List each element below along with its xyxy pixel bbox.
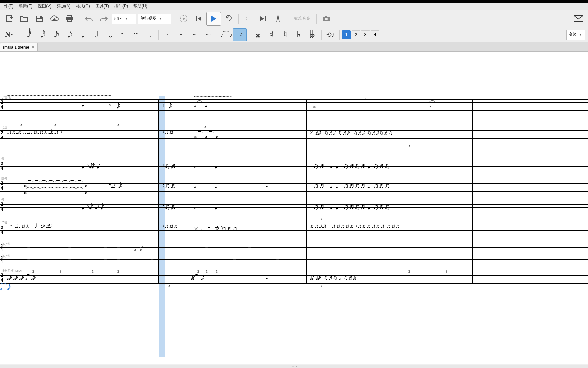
note-input-toolbar: N▾ 𝅘𝅥𝅱 𝅘𝅥𝅰 𝅘𝅥𝅯 𝅘𝅥𝅮 𝅘𝅥 𝅗𝅥 𝅝 𝄺 𝄺𝄺 𝅭 · ·· ·… bbox=[0, 27, 588, 42]
note-glyphs: 3 bbox=[446, 270, 447, 273]
note-glyphs: 3 bbox=[92, 270, 94, 273]
rewind-button[interactable] bbox=[191, 12, 206, 26]
svg-rect-9 bbox=[265, 16, 266, 21]
note-glyphs: 𝅝 ⁀⁀⁀⁀⁀⁀⁀⁀ 𝅘𝅥 bbox=[24, 187, 85, 195]
time-signature: 24 bbox=[1, 256, 3, 263]
menu-file[interactable]: 件(F) bbox=[1, 3, 16, 10]
close-icon[interactable]: ✕ bbox=[31, 45, 35, 50]
voice-1-button[interactable]: 1 bbox=[342, 30, 351, 39]
note-glyphs: × 𝅘𝅥 𝄼 𝄾𝅘𝅥𝅮𝅘𝅥𝅮𝄾 𝄾 𝅘𝅥𝅮 ♫♬♫ bbox=[194, 225, 238, 232]
duration-32nd-button[interactable]: 𝅘𝅥𝅰 bbox=[34, 28, 47, 41]
menu-add[interactable]: 添加(A) bbox=[54, 3, 73, 10]
repeat-start-button[interactable]: ∶| bbox=[241, 12, 256, 26]
print-button[interactable] bbox=[62, 12, 77, 26]
svg-rect-5 bbox=[67, 19, 71, 22]
resize-handle[interactable]: ····· bbox=[0, 365, 588, 368]
open-button[interactable] bbox=[17, 12, 32, 26]
double-flat-button[interactable]: 𝄫 bbox=[306, 28, 319, 41]
note-glyphs: 3 bbox=[117, 123, 119, 127]
note-glyphs: 𝄾 ♬♬♬ bbox=[163, 223, 178, 229]
metronome-button[interactable] bbox=[176, 12, 191, 26]
menu-help[interactable]: 帮助(H) bbox=[131, 3, 150, 10]
view-mode-dropdown[interactable]: 单行视图 ▼ bbox=[138, 14, 171, 24]
duration-longa-button[interactable]: 𝄺𝄺 bbox=[129, 28, 143, 41]
menu-tools[interactable]: 工具(T) bbox=[93, 3, 112, 10]
note-glyphs: 𝅗𝅥 ⁀ 𝅘𝅥 bbox=[194, 101, 205, 108]
duration-64th-button[interactable]: 𝅘𝅥𝅱 bbox=[20, 28, 34, 41]
voice-3-button[interactable]: 3 bbox=[361, 30, 370, 39]
menu-edit[interactable]: 编辑(E) bbox=[16, 3, 35, 10]
note-glyphs: 𝅘𝅥 𝅘𝅥𝅮𝅘𝅥𝅮𝅘𝅥𝅮 𝅘𝅥 𝅘𝅥𝅮𝅘𝅥𝅮𝅘𝅥𝅮 ♫♬♫ 𝅘𝅥 ♫♬𝅘𝅥𝅮 𝅘… bbox=[310, 275, 354, 281]
toolbar-separator bbox=[316, 14, 317, 24]
workspace-dropdown[interactable]: 高级 ▼ bbox=[566, 30, 585, 40]
screenshot-button[interactable] bbox=[319, 12, 334, 26]
natural-button[interactable]: ♮ bbox=[278, 28, 292, 41]
document-tab-bar: rmula 1 theme ✕ bbox=[0, 42, 588, 52]
feedback-button[interactable] bbox=[571, 12, 586, 26]
repeat-end-button[interactable] bbox=[256, 12, 271, 26]
note-glyphs: 𝄾 𝅘𝅥𝅮𝅘𝅥𝅮 bbox=[109, 102, 116, 110]
barline bbox=[190, 99, 190, 283]
loop-button[interactable] bbox=[221, 12, 236, 26]
svg-rect-1 bbox=[37, 16, 40, 18]
menu-bar: 件(F) 编辑(E) 视图(V) 添加(A) 格式(O) 工具(T) 插件(P)… bbox=[0, 3, 588, 10]
menu-format[interactable]: 格式(O) bbox=[73, 3, 93, 10]
rest-button[interactable]: 𝄽 bbox=[233, 28, 247, 41]
zoom-value: 56% bbox=[114, 16, 122, 21]
flat-button[interactable]: ♭ bbox=[292, 28, 306, 41]
voice-4-button[interactable]: 4 bbox=[371, 30, 379, 39]
double-sharp-button[interactable]: 𝄪 bbox=[251, 28, 265, 41]
toolbar-separator bbox=[339, 30, 340, 40]
document-tab[interactable]: rmula 1 theme ✕ bbox=[0, 43, 38, 51]
note-glyphs: 3 bbox=[361, 144, 362, 148]
duration-quarter-button[interactable]: 𝅘𝅥 bbox=[75, 28, 88, 41]
duration-half-button[interactable]: 𝅗𝅥 bbox=[88, 28, 102, 41]
menu-view[interactable]: 视图(V) bbox=[35, 3, 54, 10]
time-signature: 24 bbox=[1, 273, 3, 283]
note-glyphs: 3 bbox=[364, 97, 366, 101]
duration-16th-button[interactable]: 𝅘𝅥𝅯 bbox=[47, 28, 61, 41]
duration-8th-button[interactable]: 𝅘𝅥𝅮 bbox=[61, 28, 75, 41]
time-signature: 24 bbox=[1, 99, 3, 110]
dot3-button[interactable]: ··· bbox=[188, 28, 201, 41]
staff-lines bbox=[0, 273, 588, 283]
toolbar-separator bbox=[79, 14, 79, 24]
redo-button[interactable] bbox=[96, 12, 111, 26]
duration-whole-button[interactable]: 𝅝 bbox=[102, 28, 115, 41]
dot4-button[interactable]: ···· bbox=[201, 28, 215, 41]
grip-icon: ····· bbox=[290, 365, 297, 368]
count-in-button[interactable] bbox=[271, 12, 285, 26]
dot1-button[interactable]: · bbox=[161, 28, 174, 41]
cloud-save-button[interactable] bbox=[47, 12, 62, 26]
score-canvas[interactable]: 子吉他 24 ⁀⁀⁀⁀⁀⁀⁀⁀⁀⁀⁀⁀⁀⁀⁀⁀⁀⁀⁀⁀⁀⁀⁀⁀⁀⁀⁀⁀ 𝅘𝅥 𝄾… bbox=[0, 52, 588, 364]
note-glyphs: 𝄢 𝅘𝅥𝅮♯𝅘𝅥𝅮𝅘𝅥𝅮 𝄾 ♫♬𝅘𝅥𝅮 ♫♬𝅘𝅥𝅮 𝄾 ♫♬𝅘𝅥𝅮 ♫♬𝅘𝅥𝅮… bbox=[310, 129, 393, 136]
new-score-button[interactable] bbox=[2, 12, 17, 26]
time-signature: 24 bbox=[1, 202, 3, 212]
note-glyphs: 3 bbox=[60, 270, 61, 273]
menu-plugins[interactable]: 插件(P) bbox=[112, 3, 131, 10]
dot2-button[interactable]: ·· bbox=[174, 28, 188, 41]
note-glyphs: 3 bbox=[453, 144, 454, 148]
note-input-mode-button[interactable]: N▾ bbox=[2, 28, 16, 41]
flip-stem-button[interactable]: ⟲♪ bbox=[324, 28, 337, 41]
voice-2-button[interactable]: 2 bbox=[352, 30, 360, 39]
note-glyphs: 𝅘𝅥𝅮𝅘𝅥𝅮𝅘𝅥𝅮 𝅘𝅥𝅮𝅘𝅥𝅮 ⁀ 𝅘𝅥𝅮𝅘𝅥𝅮 bbox=[191, 275, 201, 281]
note-glyphs: 𝅗𝅥. 𝅘𝅥 bbox=[194, 182, 215, 189]
tie-button[interactable]: ♪⁀♪ bbox=[219, 28, 233, 41]
play-button[interactable] bbox=[206, 12, 221, 26]
zoom-dropdown[interactable]: 56% ▼ bbox=[112, 14, 136, 24]
note-glyphs: 3 bbox=[216, 270, 218, 273]
note-glyphs: 𝄼 𝄼 𝄼 𝄼 𝄼 𝄼 𝄼 bbox=[27, 257, 276, 264]
undo-button[interactable] bbox=[81, 12, 96, 26]
note-glyphs: 3 bbox=[320, 284, 322, 288]
note-glyphs: 3 bbox=[407, 194, 408, 197]
note-glyphs: 𝅗𝅥. 𝅘𝅥 bbox=[194, 203, 215, 211]
sharp-button[interactable]: ♯ bbox=[265, 28, 278, 41]
duration-breve-button[interactable]: 𝄺 bbox=[115, 28, 129, 41]
dot-button[interactable]: 𝅭 bbox=[143, 28, 156, 41]
note-glyphs: 𝅝 ⁀ 𝅘𝅥 ⁀ 𝅘𝅥 bbox=[194, 132, 216, 139]
note-glyphs: ♬♬𝅘𝅥𝅮 𝄾 𝅘𝅥𝅮♬ ♬♬♬♬♬ 𝄾 ♬♬♬♬♬♬ ♬♬♬ bbox=[310, 223, 400, 229]
note-glyphs: 𝅘𝅥 𝅘𝅥𝅮𝅘𝅥𝅮𝅘𝅥𝅮 𝅘𝅥 𝅘𝅥𝅮𝅘𝅥𝅮𝅘𝅥𝅮 𝅘𝅥 𝅘𝅥𝅮𝅘𝅥𝅮𝅘𝅥𝅮 𝅘… bbox=[7, 275, 33, 281]
save-button[interactable] bbox=[32, 12, 47, 26]
toolbar-separator bbox=[217, 30, 217, 40]
